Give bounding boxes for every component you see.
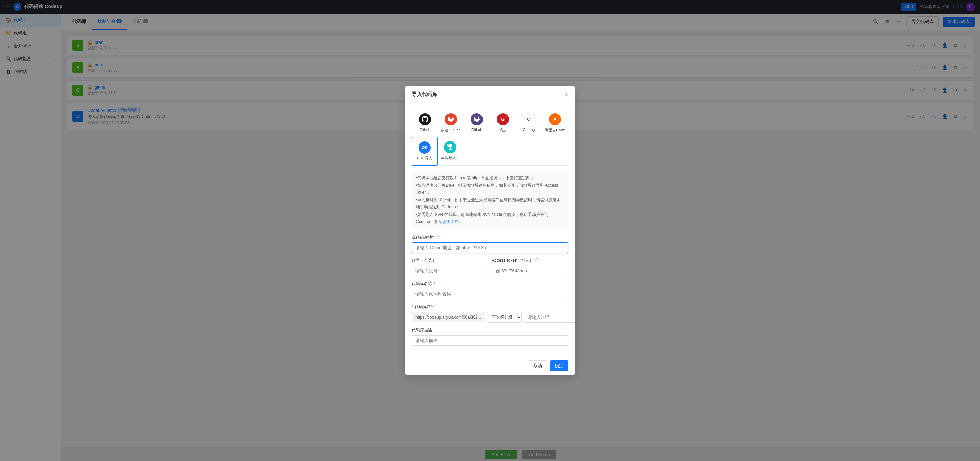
- repo-path-label-text: * 代码库路径: [412, 304, 568, 310]
- aliyun-icon: A: [549, 113, 561, 125]
- repo-path-row: https://codeup.aliyun.com/66a6f62... 不选择…: [412, 312, 568, 323]
- account-token-row: 账号（可选） Access Token（可选） ⓘ: [412, 258, 568, 281]
- required-indicator: *: [434, 282, 435, 286]
- required-indicator: *: [438, 235, 439, 240]
- repo-desc-label-text: 代码库描述: [412, 327, 568, 333]
- gitlab-icon: [471, 113, 483, 125]
- source-url[interactable]: URL 导入: [412, 137, 438, 166]
- source-grid: Github 自建 GitLab GitLab: [412, 109, 568, 166]
- url-icon: [418, 141, 431, 154]
- github-icon: [419, 113, 431, 125]
- import-modal: 导入代码库 × Github 自建 GitLab: [405, 86, 575, 375]
- repo-path-prefix: https://codeup.aliyun.com/66a6f62...: [412, 312, 485, 322]
- source-custom-gitlab-label: 自建 GitLab: [441, 127, 460, 133]
- token-label-text: Access Token（可选） ⓘ: [492, 258, 568, 263]
- repo-path-group: * 代码库路径 https://codeup.aliyun.com/66a6f6…: [412, 304, 568, 323]
- source-custom-gitlab[interactable]: 自建 GitLab: [438, 109, 464, 137]
- account-group: 账号（可选）: [412, 258, 488, 276]
- modal-overlay: 导入代码库 × Github 自建 GitLab: [0, 0, 980, 461]
- token-help-icon[interactable]: ⓘ: [535, 258, 539, 263]
- source-coding[interactable]: C Coding: [516, 109, 542, 137]
- source-url-label: URL 导入: [417, 156, 433, 161]
- repo-name-group: 代码库名称 *: [412, 281, 568, 299]
- source-local[interactable]: 本地导入...: [437, 137, 463, 165]
- source-aliyun-label: 阿里云Code: [545, 127, 565, 133]
- modal-close-button[interactable]: ×: [565, 91, 568, 97]
- gitee-icon: G: [497, 113, 509, 125]
- repo-path-group-select[interactable]: 不选择分组: [487, 312, 522, 323]
- doc-link[interactable]: 说明文档：: [442, 219, 463, 224]
- source-coding-label: Coding: [523, 127, 535, 131]
- source-url-label-text: 源代码库地址 *: [412, 234, 568, 240]
- info-line-4: •如需导入 SVN 代码库，请本地先成 SVN 到 Git 的转换，然后手动推送…: [416, 211, 564, 226]
- modal-footer: 取消 确定: [405, 356, 575, 375]
- modal-header: 导入代码库 ×: [405, 86, 575, 103]
- source-local-label: 本地导入...: [441, 155, 459, 160]
- source-gitlab-label: GitLab: [471, 127, 482, 131]
- required-indicator: *: [412, 305, 414, 309]
- repo-name-label-text: 代码库名称 *: [412, 281, 568, 287]
- source-url-input[interactable]: [412, 242, 568, 253]
- token-input[interactable]: [492, 266, 568, 276]
- account-input[interactable]: [412, 266, 488, 276]
- token-group: Access Token（可选） ⓘ: [492, 258, 568, 276]
- repo-path-input[interactable]: [524, 312, 575, 323]
- source-github-label: Github: [419, 127, 430, 131]
- source-gitlab[interactable]: GitLab: [464, 109, 490, 137]
- info-line-2: •如代码库公开可访问，则无须填写鉴权信息，如非公开，请填写账号和 Access …: [416, 182, 564, 196]
- source-gitee[interactable]: G 码云: [490, 109, 516, 137]
- cancel-button[interactable]: 取消: [528, 360, 547, 371]
- repo-desc-group: 代码库描述: [412, 327, 568, 346]
- source-url-group: 源代码库地址 *: [412, 234, 568, 253]
- account-label-text: 账号（可选）: [412, 258, 488, 263]
- local-icon: [444, 141, 456, 153]
- confirm-button[interactable]: 确定: [550, 360, 568, 371]
- source-gitee-label: 码云: [499, 127, 507, 133]
- source-aliyun[interactable]: A 阿里云Code: [542, 109, 568, 137]
- info-line-3: •导入超时为10分钟，如由于企业过大或网络不佳等原因导致超时，请尝试克隆本地手动…: [416, 196, 564, 211]
- info-line-1: •代码库地址需支持以 http:// 或 https:// 直接访问，不支持重定…: [416, 174, 564, 182]
- custom-gitlab-icon: [445, 113, 457, 125]
- modal-body: Github 自建 GitLab GitLab: [405, 103, 575, 356]
- source-github[interactable]: Github: [412, 109, 438, 137]
- repo-name-input[interactable]: [412, 288, 568, 299]
- info-box: •代码库地址需支持以 http:// 或 https:// 直接访问，不支持重定…: [412, 171, 568, 229]
- modal-title: 导入代码库: [412, 91, 437, 98]
- repo-desc-input[interactable]: [412, 335, 568, 346]
- coding-icon: C: [523, 113, 535, 125]
